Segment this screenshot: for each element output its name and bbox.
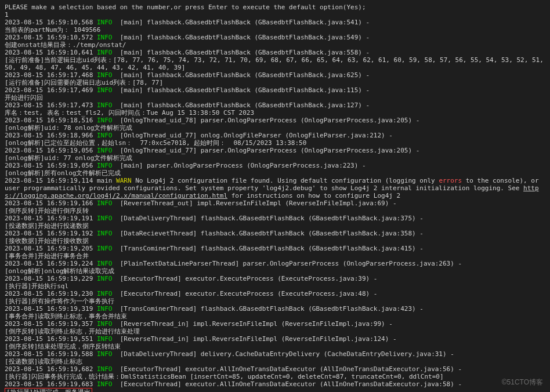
log-line: [投递数据]读取到终止标志 <box>5 358 545 365</box>
log-line: 2023-08-15 16:59:19,551 INFO [ReverseThr… <box>5 335 545 343</box>
log-line: 2023-08-15 16:59:17,469 INFO [main] flas… <box>5 86 545 94</box>
log-line: [倒序反转]读取到终止标志，开始进行结束处理 <box>5 328 545 335</box>
log-line: 2023-08-15 16:59:10,572 INFO [main] flas… <box>5 34 545 41</box>
log-line: [onlog解析]已定位至起始位置，起始lsn： 77:0xc5e7018, 起… <box>5 139 545 147</box>
log-line: 2023-08-15 16:59:19,229 INFO [ExecutorTh… <box>5 275 545 282</box>
log-level-info: INFO <box>97 230 113 237</box>
log-level-info: INFO <box>97 335 113 343</box>
log-line: 2023-08-15 16:59:10,568 INFO [main] flas… <box>5 19 545 26</box>
log-line: 2023-08-15 16:59:19,205 INFO [TransComin… <box>5 245 545 252</box>
log-level-warn: WARN <box>116 177 132 184</box>
log-line: 开始进行闪回 <box>5 94 545 101</box>
log-line: [倒序反转]结束处理完成，倒序反转结束 <box>5 343 545 350</box>
log-level-info: INFO <box>97 245 113 252</box>
log-level-info: INFO <box>97 365 113 373</box>
log-line: 2023-08-15 16:59:19,192 INFO [DataReciev… <box>5 230 545 237</box>
log-line: 2023-08-15 16:59:19,683 INFO [ExecutorTh… <box>5 380 545 388</box>
log-line: 2023-08-15 16:59:19,166 INFO [ReverseThr… <box>5 199 545 207</box>
log-line: [执行器]开始执行sql <box>5 282 545 290</box>
log-level-info: INFO <box>97 162 113 169</box>
log-line: 2023-08-15 16:59:19,230 INFO [ExecutorTh… <box>5 290 545 297</box>
log-line: 2023-08-15 16:59:17,473 INFO [main] flas… <box>5 101 545 109</box>
log-line: [倒序反转]开始进行倒序反转 <box>5 207 545 215</box>
log-line: 2023-08-15 16:59:18,516 INFO [OnlogThrea… <box>5 117 545 124</box>
log-line: 2023-08-15 16:59:19,319 INFO [TransComin… <box>5 305 545 313</box>
log-line: 2023-08-15 16:59:19,114 main WARN No Log… <box>5 177 545 199</box>
log-line: 2023-08-15 16:59:19,357 INFO [ReverseThr… <box>5 320 545 328</box>
log-line: [执行器]处理完成，服务退出 <box>5 388 545 392</box>
config-link[interactable]: https://logging.apache.org/log4j/2.x/man… <box>5 184 539 199</box>
log-line: 2023-08-15 16:59:19,588 INFO [DataDelive… <box>5 350 545 358</box>
log-level-info: INFO <box>97 275 113 282</box>
log-level-info: INFO <box>97 19 113 26</box>
log-level-info: INFO <box>97 305 113 313</box>
highlighted-log: [执行器]处理完成，服务退出 <box>5 388 92 392</box>
log-line: [接收数据]开始进行接收数据 <box>5 237 545 245</box>
log-level-info: INFO <box>97 380 113 388</box>
log-line: [执行器]闪回事务执行完成，统计结果：DmlStatisticsBean [in… <box>5 373 545 380</box>
terminal-output[interactable]: PLEASE make a selection based on the num… <box>0 0 550 392</box>
log-level-info: INFO <box>97 350 113 358</box>
log-level-info: INFO <box>97 260 113 267</box>
log-level-info: INFO <box>97 199 113 207</box>
log-line: 创建onstat结果目录：./temp/onstat/ <box>5 41 545 49</box>
log-line: 1 <box>5 11 545 19</box>
log-line: 当前表的partNum为： 1049566 <box>5 26 545 34</box>
log-line: [执行器]所有操作将作为一个事务执行 <box>5 297 545 305</box>
log-line: [事务合并]读取到终止标志，事务合并结束 <box>5 313 545 320</box>
log-line: 2023-08-15 16:59:19,056 INFO [OnlogThrea… <box>5 147 545 154</box>
log-level-info: INFO <box>97 290 113 297</box>
log-level-info: INFO <box>97 49 113 56</box>
log-line: 2023-08-15 16:59:19,191 INFO [DataDelive… <box>5 215 545 222</box>
log-line: [onlog解析]uid: 77 onlog文件解析完成 <box>5 154 545 162</box>
log-line: [onlog解析]所有onlog文件解析已完成 <box>5 169 545 177</box>
log-error-word: errors <box>439 177 462 184</box>
log-line: [运行前准备]当前逻辑日志uid列表：[78, 77, 76, 75, 74, … <box>5 56 545 71</box>
log-line: [运行前准备]闪回需要的逻辑日志uid列表：[78, 77] <box>5 79 545 86</box>
log-line: 2023-08-15 16:59:19,056 INFO [main] pars… <box>5 162 545 169</box>
log-line: 2023-08-15 16:59:19,682 INFO [ExecutorTh… <box>5 365 545 373</box>
log-level-info: INFO <box>97 34 113 41</box>
log-line: 2023-08-15 16:59:10,641 INFO [main] flas… <box>5 49 545 56</box>
log-line: [onlog解析]uid: 78 onlog文件解析完成 <box>5 124 545 132</box>
log-level-info: INFO <box>97 320 113 328</box>
log-level-info: INFO <box>97 86 113 94</box>
log-level-info: INFO <box>97 117 113 124</box>
log-line: [投递数据]开始进行投递数据 <box>5 222 545 230</box>
log-line: 2023-08-15 16:59:17,468 INFO [main] flas… <box>5 71 545 79</box>
log-line: 库名：test, 表名：test_fls2, 闪回时间点：Tue Aug 15 … <box>5 109 545 117</box>
log-line: [onlog解析]onlog解析结果读取完成 <box>5 267 545 275</box>
log-line: 2023-08-15 16:59:19,224 INFO [PlainTextD… <box>5 260 545 267</box>
log-line: [事务合并]开始进行事务合并 <box>5 252 545 260</box>
log-level-info: INFO <box>97 132 113 139</box>
log-level-info: INFO <box>97 215 113 222</box>
log-level-info: INFO <box>97 147 113 154</box>
log-line: 2023-08-15 16:59:18,966 INFO [OnlogThrea… <box>5 132 545 139</box>
log-level-info: INFO <box>97 101 113 109</box>
log-line: PLEASE make a selection based on the num… <box>5 3 545 11</box>
watermark-text: ©51CTO博客 <box>502 379 543 386</box>
log-level-info: INFO <box>97 71 113 79</box>
